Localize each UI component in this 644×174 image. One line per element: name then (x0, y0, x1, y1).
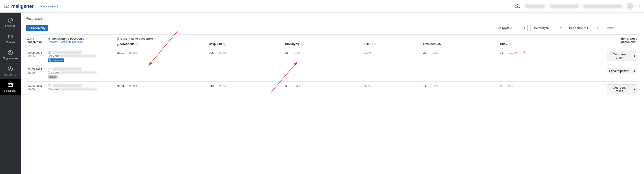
table-row: 14.05.202416:00 Сегмент: 918399,8% 8499,… (26, 82, 639, 97)
help-icon[interactable]: ? (509, 43, 512, 46)
sidebar-item-label: Подписчики (3, 57, 18, 60)
opened-cell (207, 65, 283, 82)
envelope-icon (48, 51, 51, 54)
group-filter-select[interactable]: Все группы ▼ (494, 25, 528, 31)
row-action-menu-button[interactable]: ▾ (632, 68, 637, 74)
col-spam: Спам ? (498, 41, 605, 48)
user-circle-icon (8, 50, 13, 56)
envelope-icon (48, 68, 51, 70)
clicked-cell (283, 65, 363, 82)
page-title: Рассылки (26, 17, 639, 21)
account-text-blurred (525, 4, 545, 8)
row-action-menu-button[interactable]: ▾ (632, 84, 637, 94)
row-action-button[interactable]: Смотреть отчёт (607, 84, 632, 94)
svg-point-0 (629, 4, 630, 6)
unsub-cell (421, 65, 498, 82)
main: Рассылки + Рассылку Все группы ▼ Все ста… (21, 12, 644, 174)
status-filter-select[interactable]: Все статусы ▼ (530, 25, 564, 31)
action-cell: Редактировать ▾ (605, 65, 639, 82)
show-full-names-link[interactable]: Показать названия целиком (48, 40, 83, 44)
ctor-cell: 3,9% (363, 48, 421, 65)
opened-cell: 8499,2% (207, 82, 283, 97)
segment-name-blurred (61, 72, 96, 74)
sidebar-item-label: Сегменты (4, 73, 16, 76)
spam-cell: 110,13% ? (498, 48, 605, 65)
delivered-cell: 820199,2% (116, 48, 207, 65)
clicked-cell: 390,4% (283, 82, 363, 97)
logo-text: mailganer (11, 3, 34, 9)
help-icon[interactable]: ? (136, 43, 139, 46)
envelope-icon (8, 82, 13, 88)
chevron-down-icon[interactable]: ▼ (638, 5, 640, 8)
row-action-menu-button[interactable]: ▾ (632, 51, 637, 61)
plus-icon: + (28, 26, 30, 30)
segment-name-blurred (61, 88, 96, 90)
col-ctor: CTOR ? (363, 41, 421, 48)
wallet-icon (8, 34, 13, 39)
alert-icon[interactable]: ? (523, 51, 526, 54)
svg-rect-8 (48, 84, 51, 86)
logo-icon (4, 3, 10, 9)
sidebar-item-lists[interactable]: Списки (0, 30, 21, 47)
sidebar-item-segments[interactable]: Сегменты (0, 63, 21, 79)
col-delivered: Доставлено ? (116, 41, 207, 48)
info-cell: Сегмент: (46, 82, 116, 97)
action-cell: Смотреть отчёт ▾ (605, 82, 639, 97)
campaign-name-blurred[interactable] (52, 51, 82, 54)
col-stats-group: Статистика по рассылке (116, 34, 605, 41)
help-icon[interactable]: ? (374, 43, 377, 46)
select-value: Все группы (496, 26, 512, 30)
delivered-cell (116, 65, 207, 82)
row-action-button[interactable]: Смотреть отчёт (607, 51, 632, 61)
sidebar-item-subscribers[interactable]: Подписчики (0, 47, 21, 63)
account-text-blurred (550, 4, 579, 8)
nav-campaigns-dropdown[interactable]: Рассылки ▾ (40, 4, 58, 8)
sidebar-item-home[interactable]: Главная (0, 14, 21, 30)
gauge-icon (8, 17, 13, 23)
help-icon[interactable]: ? (223, 43, 226, 46)
sidebar-item-label: Списки (6, 41, 15, 44)
help-icon[interactable]: ? (300, 43, 304, 46)
delivered-cell: 918399,8% (116, 82, 207, 97)
select-value: Все сегменты (569, 26, 588, 30)
col-opened: Открыли ? (207, 41, 283, 48)
col-clicked: Кликнули ? (283, 41, 363, 48)
chevron-down-icon: ▼ (523, 27, 526, 29)
date-cell: 14.05.202416:00 (26, 82, 46, 97)
segment-filter-select[interactable]: Все сегменты ▼ (567, 25, 600, 31)
sidebar-item-label: Главная (5, 24, 16, 28)
unsub-cell: 270,3% (421, 48, 498, 65)
header: mailganer Рассылки ▾ ▼ (0, 0, 644, 12)
search-input[interactable] (603, 25, 639, 31)
campaign-name-blurred[interactable] (52, 84, 82, 87)
row-action-button[interactable]: Редактировать (607, 68, 632, 74)
chevron-down-icon: ▼ (560, 27, 562, 29)
sort-icon: ⇅ (28, 44, 30, 47)
clicked-cell: 310,4% (283, 48, 363, 65)
unsub-cell: 140,2% (421, 82, 498, 97)
account-text-blurred (583, 4, 622, 8)
cloud-download-icon[interactable] (514, 3, 520, 9)
select-value: Все статусы (533, 26, 550, 30)
action-cell: Смотреть отчёт ▾ (605, 48, 639, 65)
button-label: Рассылку (31, 26, 46, 30)
ctor-cell: 4,6% (363, 82, 421, 97)
status-badge: Новая (48, 75, 58, 79)
envelope-icon (48, 84, 51, 87)
avatar[interactable] (626, 2, 634, 10)
user-icon (627, 4, 632, 9)
spam-cell: 00,0% (498, 82, 605, 97)
sidebar-item-campaigns[interactable]: Рассылки (0, 79, 21, 95)
col-info[interactable]: Информация о рассылке ⇅ Показать названи… (46, 34, 116, 48)
info-cell: Сегмент Доставлена (46, 48, 116, 65)
logo[interactable]: mailganer (4, 3, 34, 9)
svg-rect-6 (48, 51, 51, 53)
sidebar: Главная Списки Подписчики Сегменты Рассы… (0, 12, 21, 174)
chevron-down-icon: ▾ (56, 4, 58, 8)
segment-name-blurred (60, 55, 96, 57)
campaign-name-blurred[interactable] (52, 68, 82, 70)
status-badge: Доставлена (48, 58, 64, 62)
nav-label: Рассылки (40, 4, 55, 8)
col-date[interactable]: Дата рассылки ⇅ (26, 34, 46, 48)
create-campaign-button[interactable]: + Рассылку (26, 25, 48, 31)
